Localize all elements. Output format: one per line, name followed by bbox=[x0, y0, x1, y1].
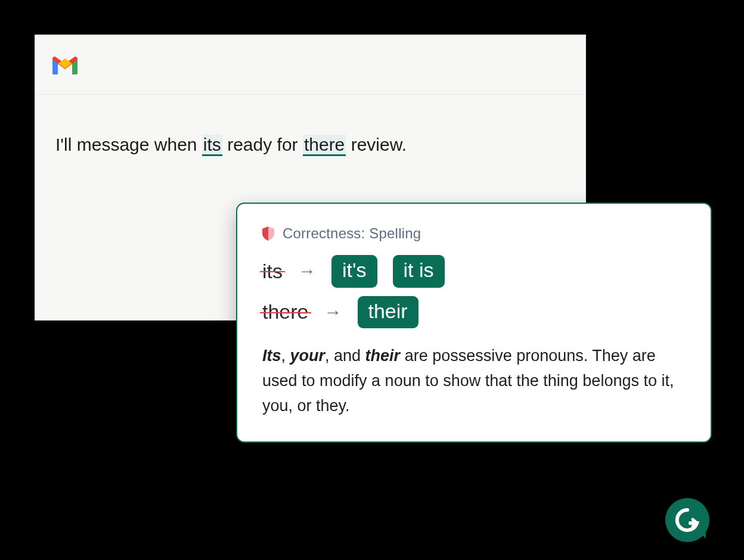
compose-body[interactable]: I'll message when its ready for there re… bbox=[35, 95, 585, 195]
card-label-row: Correctness: Spelling bbox=[262, 225, 686, 242]
card-category-label: Correctness: Spelling bbox=[283, 225, 421, 242]
arrow-icon: → bbox=[324, 303, 342, 321]
arrow-icon: → bbox=[298, 262, 316, 280]
replace-row-1: there → their bbox=[262, 296, 686, 329]
grammarly-badge[interactable] bbox=[665, 498, 709, 542]
suggestion-card: Correctness: Spelling its → it's it is t… bbox=[236, 203, 712, 443]
bold-term: Its bbox=[262, 347, 281, 365]
text-segment: , and bbox=[325, 347, 365, 365]
flagged-word-its[interactable]: its bbox=[202, 135, 222, 156]
suggestion-chip[interactable]: their bbox=[358, 296, 418, 329]
text-segment: I'll message when bbox=[55, 135, 202, 154]
compose-header bbox=[35, 35, 585, 95]
grammarly-g-icon bbox=[674, 506, 701, 534]
original-word: there bbox=[262, 300, 309, 323]
shield-icon bbox=[262, 226, 274, 241]
flagged-word-there[interactable]: there bbox=[303, 135, 346, 156]
suggestion-chip[interactable]: it's bbox=[331, 255, 377, 288]
original-word: its bbox=[262, 260, 283, 283]
text-segment: review. bbox=[346, 135, 407, 154]
explanation-text: Its, your, and their are possessive pron… bbox=[262, 344, 686, 419]
replace-row-0: its → it's it is bbox=[262, 255, 686, 288]
gmail-icon bbox=[52, 55, 78, 75]
bold-term: their bbox=[365, 347, 401, 365]
text-segment: , bbox=[281, 347, 290, 365]
text-segment: ready for bbox=[222, 135, 303, 154]
bold-term: your bbox=[290, 347, 326, 365]
suggestion-chip[interactable]: it is bbox=[393, 255, 445, 288]
